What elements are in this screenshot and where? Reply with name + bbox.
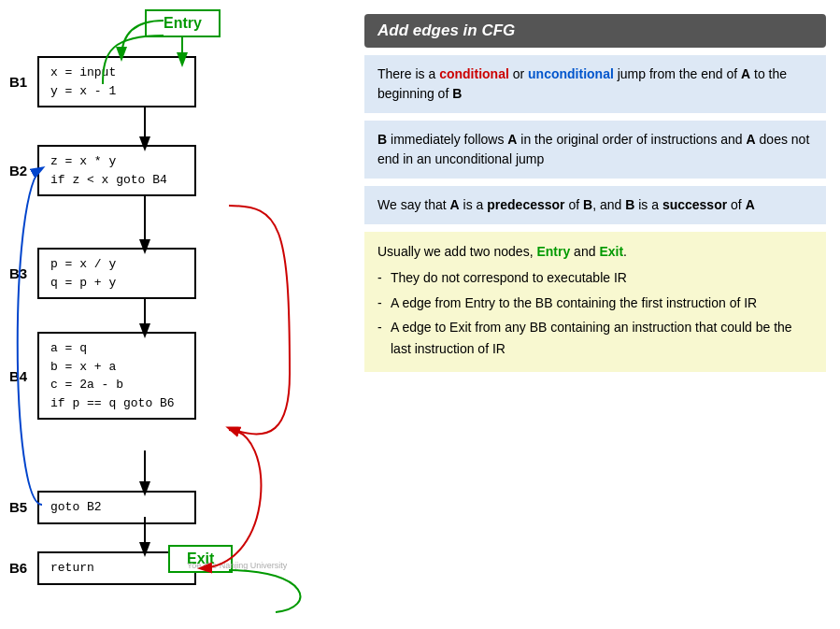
b5-line1: goto B2 (50, 498, 183, 517)
bullet-item-1: They do not correspond to executable IR (377, 267, 813, 288)
b6-line1: return (50, 559, 183, 578)
info-panel: Add edges in CFG There is a conditional … (346, 0, 840, 629)
info-box-2: B immediately follows A in the original … (364, 121, 826, 179)
b1-label: B1 (9, 74, 37, 90)
info-box-4: Usually we add two nodes, Entry and Exit… (364, 232, 826, 372)
entry-label: Entry (164, 15, 202, 31)
block-b3-wrapper: B3 p = x / y q = p + y (9, 248, 196, 299)
info-box-1: There is a conditional or unconditional … (364, 55, 826, 113)
block-b5-wrapper: B5 goto B2 (9, 491, 196, 524)
block-b4-wrapper: B4 a = q b = x + a c = 2a - b if p == q … (9, 332, 196, 420)
b4-line2: b = x + a (50, 358, 183, 377)
bullet-item-2: A edge from Entry to the BB containing t… (377, 293, 813, 313)
b5-box: goto B2 (37, 491, 196, 524)
entry-text: Entry (536, 244, 570, 259)
watermark: Yoe che Nanjing University (187, 561, 287, 570)
block-b2-wrapper: B2 z = x * y if z < x goto B4 (9, 145, 196, 196)
b2-line1: z = x * y (50, 152, 183, 171)
b3-line1: p = x / y (50, 255, 183, 274)
conditional-text: conditional (439, 66, 509, 81)
bullet-item-3: A edge to Exit from any BB containing an… (377, 317, 813, 359)
b4-box: a = q b = x + a c = 2a - b if p == q got… (37, 332, 196, 420)
add-edges-header: Add edges in CFG (364, 14, 826, 48)
b2-line2: if z < x goto B4 (50, 171, 183, 190)
b5-label: B5 (9, 499, 37, 515)
bullet-list: They do not correspond to executable IR … (377, 267, 813, 359)
b3-line2: q = p + y (50, 274, 183, 293)
b1-box: x = input y = x - 1 (37, 56, 196, 107)
b4-line3: c = 2a - b (50, 376, 183, 394)
b6-label: B6 (9, 560, 37, 576)
block-b1-wrapper: B1 x = input y = x - 1 (9, 56, 196, 107)
cfg-diagram: Entry B1 x = input y = x - 1 B2 z = x * … (0, 0, 346, 629)
b4-line4: if p == q goto B6 (50, 394, 183, 413)
b1-line2: y = x - 1 (50, 82, 183, 101)
unconditional-text: unconditional (528, 66, 614, 81)
b3-label: B3 (9, 265, 37, 281)
box4-title: Usually we add two nodes, Entry and Exit… (377, 241, 813, 262)
b2-label: B2 (9, 163, 37, 179)
b1-line1: x = input (50, 64, 183, 82)
b2-box: z = x * y if z < x goto B4 (37, 145, 196, 196)
b4-line1: a = q (50, 339, 183, 358)
b4-label: B4 (9, 368, 37, 384)
entry-node: Entry (145, 9, 221, 37)
info-box-3: We say that A is a predecessor of B, and… (364, 186, 826, 224)
main-container: Entry B1 x = input y = x - 1 B2 z = x * … (0, 0, 840, 629)
b3-box: p = x / y q = p + y (37, 248, 196, 299)
exit-text: Exit (599, 244, 623, 259)
